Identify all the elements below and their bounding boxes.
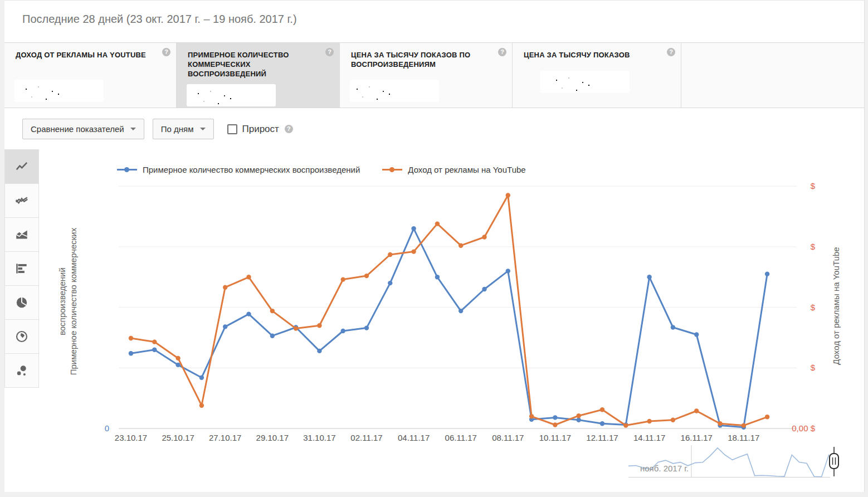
data-point[interactable] (411, 226, 416, 231)
period-label: По дням (161, 124, 194, 134)
data-point[interactable] (175, 356, 180, 360)
data-point[interactable] (435, 221, 440, 226)
x-tick-label: 27.10.17 (209, 433, 241, 442)
chart-type-bar-button[interactable] (4, 251, 39, 286)
pie-chart-icon (14, 295, 29, 310)
data-point[interactable] (529, 414, 534, 418)
data-point[interactable] (270, 334, 275, 338)
chart-type-multiline-button[interactable] (4, 183, 39, 218)
data-point[interactable] (671, 418, 675, 422)
chart-type-line-button[interactable] (4, 149, 39, 184)
data-point[interactable] (388, 281, 392, 285)
help-icon[interactable]: ? (162, 48, 170, 56)
period-dropdown[interactable]: По дням (153, 119, 214, 139)
data-point[interactable] (199, 403, 204, 408)
data-point[interactable] (482, 235, 486, 239)
minimap-slider-handle[interactable] (830, 447, 838, 476)
data-point[interactable] (671, 325, 675, 329)
data-point[interactable] (506, 193, 510, 197)
data-point[interactable] (270, 309, 275, 313)
data-point[interactable] (341, 277, 345, 281)
data-point[interactable] (765, 272, 769, 276)
chart-type-map-button[interactable] (4, 319, 39, 354)
data-point[interactable] (317, 349, 321, 353)
metric-cards-row: ДОХОД ОТ РЕКЛАМЫ НА YOUTUBE ? ПРИМЕРНОЕ … (4, 43, 864, 108)
data-point[interactable] (459, 243, 463, 248)
data-point[interactable] (388, 252, 392, 257)
data-point[interactable] (600, 407, 604, 412)
redacted-value (350, 80, 439, 102)
growth-control: Прирост ? (227, 119, 293, 139)
y-right-tick-label: 0,00 $ (792, 423, 815, 433)
data-point[interactable] (577, 413, 581, 418)
help-icon[interactable]: ? (285, 125, 293, 133)
x-tick-label: 29.10.17 (256, 433, 289, 442)
data-point[interactable] (223, 324, 227, 329)
data-point[interactable] (647, 275, 651, 279)
data-point[interactable] (694, 332, 699, 337)
metric-card-cpm[interactable]: ЦЕНА ЗА ТЫСЯЧУ ПОКАЗОВ ? (513, 43, 681, 108)
metric-card-label: ПРИМЕРНОЕ КОЛИЧЕСТВО КОММЕРЧЕСКИХ ВОСПРО… (177, 43, 339, 79)
data-point[interactable] (152, 339, 157, 344)
metric-card-ad-revenue[interactable]: ДОХОД ОТ РЕКЛАМЫ НА YOUTUBE ? (4, 43, 177, 108)
data-point[interactable] (435, 275, 440, 279)
data-point[interactable] (129, 351, 133, 355)
data-point[interactable] (623, 423, 628, 427)
growth-checkbox[interactable] (227, 124, 237, 134)
data-point[interactable] (129, 336, 133, 340)
redaction-marks (352, 86, 353, 87)
data-point[interactable] (459, 309, 463, 313)
minimap: нояб. 2017 г. (628, 445, 838, 477)
x-tick-label: 08.11.17 (492, 433, 524, 442)
date-range-header: Последние 28 дней (23 окт. 2017 г. – 19 … (4, 1, 864, 43)
bar-chart-icon (14, 261, 29, 276)
x-tick-label: 02.11.17 (350, 433, 382, 442)
data-point[interactable] (600, 421, 604, 426)
data-point[interactable] (577, 418, 581, 422)
data-point[interactable] (411, 249, 416, 254)
data-point[interactable] (765, 415, 769, 419)
data-point[interactable] (341, 329, 345, 333)
data-point[interactable] (742, 423, 746, 427)
data-point[interactable] (152, 348, 157, 352)
x-tick-label: 14.11.17 (633, 433, 665, 442)
chart-type-bubble-button[interactable] (4, 353, 39, 388)
data-point[interactable] (506, 269, 510, 273)
metric-card-monetized-playbacks[interactable]: ПРИМЕРНОЕ КОЛИЧЕСТВО КОММЕРЧЕСКИХ ВОСПРО… (177, 43, 340, 108)
compare-metrics-label: Сравнение показателей (31, 124, 124, 134)
growth-checkbox-label: Прирост (242, 124, 279, 135)
x-tick-label: 18.11.17 (728, 433, 759, 442)
chart-type-sidebar (4, 150, 39, 492)
data-point[interactable] (223, 285, 227, 290)
help-icon[interactable]: ? (498, 48, 506, 56)
metric-card-playback-cpm[interactable]: ЦЕНА ЗА ТЫСЯЧУ ПОКАЗОВ ПО ВОСПРОИЗВЕДЕНИ… (340, 43, 513, 108)
help-icon[interactable]: ? (325, 48, 334, 56)
data-point[interactable] (694, 408, 699, 413)
chart-type-area-button[interactable] (4, 217, 39, 252)
data-point[interactable] (718, 421, 722, 426)
data-point[interactable] (317, 323, 321, 328)
data-point[interactable] (364, 274, 369, 278)
metric-card-empty-slot (681, 43, 864, 108)
data-point[interactable] (553, 415, 557, 420)
data-point[interactable] (482, 287, 486, 291)
data-point[interactable] (246, 311, 251, 316)
line-chart-plot: $$$$0,00 $023.10.1725.10.1727.10.1729.10… (39, 150, 865, 492)
data-point[interactable] (553, 422, 557, 427)
x-tick-label: 12.11.17 (586, 433, 618, 442)
chart-panel: Примерное количество коммерческих воспро… (39, 150, 864, 492)
y-right-tick-label: $ (811, 242, 816, 251)
x-tick-label: 16.11.17 (681, 433, 713, 442)
data-point[interactable] (647, 419, 651, 423)
metric-card-label: ЦЕНА ЗА ТЫСЯЧУ ПОКАЗОВ ПО ВОСПРОИЗВЕДЕНИ… (340, 43, 512, 69)
chart-type-pie-button[interactable] (4, 285, 39, 320)
data-point[interactable] (199, 376, 204, 380)
data-point[interactable] (294, 326, 298, 330)
y-right-tick-label: $ (811, 303, 816, 312)
y-right-tick-label: $ (811, 181, 816, 191)
data-point[interactable] (246, 275, 251, 279)
compare-metrics-dropdown[interactable]: Сравнение показателей (22, 119, 144, 139)
data-point[interactable] (364, 325, 369, 330)
redaction-marks (193, 91, 194, 92)
help-icon[interactable]: ? (667, 48, 675, 56)
